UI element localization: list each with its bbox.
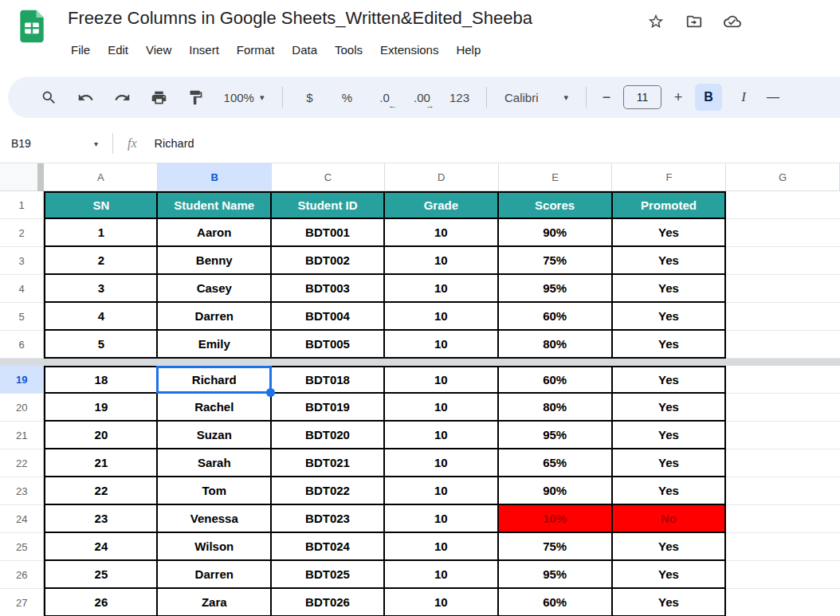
cell-C24[interactable]: BDT023 <box>272 505 385 533</box>
select-all-corner[interactable] <box>0 163 37 191</box>
menu-extensions[interactable]: Extensions <box>371 40 447 60</box>
menu-view[interactable]: View <box>137 40 180 60</box>
cell-B25[interactable]: Wilson <box>158 533 272 561</box>
cell-E23[interactable]: 90% <box>499 477 613 505</box>
cell-G24[interactable] <box>726 505 840 533</box>
paint-format-icon[interactable] <box>177 89 214 106</box>
google-sheets-logo-icon[interactable] <box>14 8 49 45</box>
print-icon[interactable] <box>140 89 177 106</box>
row-header-22[interactable]: 22 <box>0 449 44 477</box>
cloud-saved-icon[interactable] <box>724 13 741 30</box>
font-selector[interactable]: Calibri ▾ <box>495 91 578 104</box>
cell-A24[interactable]: 23 <box>44 505 158 533</box>
cell-C5[interactable]: BDT004 <box>272 303 385 331</box>
cell-D4[interactable]: 10 <box>385 275 499 303</box>
cell-G5[interactable] <box>726 303 840 331</box>
menu-data[interactable]: Data <box>283 40 326 60</box>
cell-B3[interactable]: Benny <box>158 247 272 275</box>
cell-F22[interactable]: Yes <box>613 449 727 477</box>
cell-D25[interactable]: 10 <box>385 533 499 561</box>
cell-E1[interactable]: Scores <box>499 191 613 219</box>
column-header-G[interactable]: G <box>726 163 840 191</box>
cell-D20[interactable]: 10 <box>385 394 499 422</box>
cell-C6[interactable]: BDT005 <box>272 331 385 359</box>
cell-A3[interactable]: 2 <box>44 247 158 275</box>
cell-E6[interactable]: 80% <box>499 331 613 359</box>
menu-format[interactable]: Format <box>228 40 284 60</box>
cell-A25[interactable]: 24 <box>44 533 158 561</box>
row-header-24[interactable]: 24 <box>0 505 44 533</box>
cell-D22[interactable]: 10 <box>385 449 499 477</box>
cell-G1[interactable] <box>726 191 840 219</box>
cell-D23[interactable]: 10 <box>385 477 499 505</box>
more-formats-button[interactable]: 123 <box>441 91 478 104</box>
cell-E19[interactable]: 60% <box>499 366 613 394</box>
column-header-A[interactable]: A <box>44 163 158 191</box>
cell-D2[interactable]: 10 <box>385 219 499 247</box>
row-header-3[interactable]: 3 <box>0 247 44 275</box>
cell-C20[interactable]: BDT019 <box>272 394 385 422</box>
row-header-26[interactable]: 26 <box>0 561 44 589</box>
menu-tools[interactable]: Tools <box>326 40 371 60</box>
zoom-control[interactable]: 100% ▾ <box>214 91 274 104</box>
move-to-folder-icon[interactable] <box>685 13 703 30</box>
cell-B22[interactable]: Sarah <box>158 449 272 477</box>
cell-F24[interactable]: No <box>613 505 727 533</box>
cell-F5[interactable]: Yes <box>613 303 727 331</box>
cell-E4[interactable]: 95% <box>499 275 613 303</box>
cell-E21[interactable]: 95% <box>499 422 613 449</box>
cell-E20[interactable]: 80% <box>499 394 613 422</box>
cell-G21[interactable] <box>726 422 840 449</box>
cell-B4[interactable]: Casey <box>158 275 272 303</box>
cell-B23[interactable]: Tom <box>158 477 272 505</box>
cell-C2[interactable]: BDT001 <box>272 219 385 247</box>
cell-E27[interactable]: 60% <box>499 589 613 616</box>
freeze-handle[interactable] <box>37 163 44 191</box>
cell-B27[interactable]: Zara <box>158 589 272 616</box>
decrease-decimal-button[interactable]: .0 ← <box>366 91 403 104</box>
cell-F3[interactable]: Yes <box>613 247 727 275</box>
cell-A5[interactable]: 4 <box>44 303 158 331</box>
column-header-C[interactable]: C <box>272 163 385 191</box>
cell-E22[interactable]: 65% <box>499 449 613 477</box>
star-icon[interactable] <box>647 13 665 30</box>
cell-C23[interactable]: BDT022 <box>272 477 385 505</box>
cell-F6[interactable]: Yes <box>613 331 727 359</box>
menu-insert[interactable]: Insert <box>180 40 228 60</box>
cell-G20[interactable] <box>726 394 840 422</box>
strikethrough-button-partial[interactable]: — <box>767 90 779 104</box>
document-title[interactable]: Freeze Columns in Google Sheets_Written&… <box>68 8 532 29</box>
row-header-23[interactable]: 23 <box>0 477 44 505</box>
format-percent-button[interactable]: % <box>328 91 366 104</box>
cell-A6[interactable]: 5 <box>44 331 158 359</box>
cell-C22[interactable]: BDT021 <box>272 449 385 477</box>
cell-G2[interactable] <box>726 219 840 247</box>
cell-F1[interactable]: Promoted <box>613 191 727 219</box>
cell-E26[interactable]: 95% <box>499 561 613 589</box>
cell-E25[interactable]: 75% <box>499 533 613 561</box>
row-header-2[interactable]: 2 <box>0 219 44 247</box>
cell-C21[interactable]: BDT020 <box>272 422 385 449</box>
cell-G6[interactable] <box>726 331 840 359</box>
cell-G27[interactable] <box>726 589 840 616</box>
cell-G26[interactable] <box>726 561 840 589</box>
cell-D26[interactable]: 10 <box>385 561 499 589</box>
cell-B26[interactable]: Darren <box>158 561 272 589</box>
cell-C26[interactable]: BDT025 <box>272 561 385 589</box>
menu-file[interactable]: File <box>62 40 99 60</box>
cell-D6[interactable]: 10 <box>385 331 499 359</box>
bold-button[interactable]: B <box>695 84 722 111</box>
cell-D1[interactable]: Grade <box>385 191 499 219</box>
decrease-font-size-button[interactable]: − <box>595 89 618 106</box>
increase-decimal-button[interactable]: .00 → <box>403 91 441 104</box>
cell-C3[interactable]: BDT002 <box>272 247 385 275</box>
cell-E3[interactable]: 75% <box>499 247 613 275</box>
cell-F20[interactable]: Yes <box>613 394 727 422</box>
column-header-D[interactable]: D <box>385 163 499 191</box>
cell-E24[interactable]: 10% <box>499 505 613 533</box>
menu-edit[interactable]: Edit <box>99 40 137 60</box>
cell-F25[interactable]: Yes <box>613 533 727 561</box>
cell-F4[interactable]: Yes <box>613 275 727 303</box>
cell-G4[interactable] <box>726 275 840 303</box>
cell-B2[interactable]: Aaron <box>158 219 272 247</box>
